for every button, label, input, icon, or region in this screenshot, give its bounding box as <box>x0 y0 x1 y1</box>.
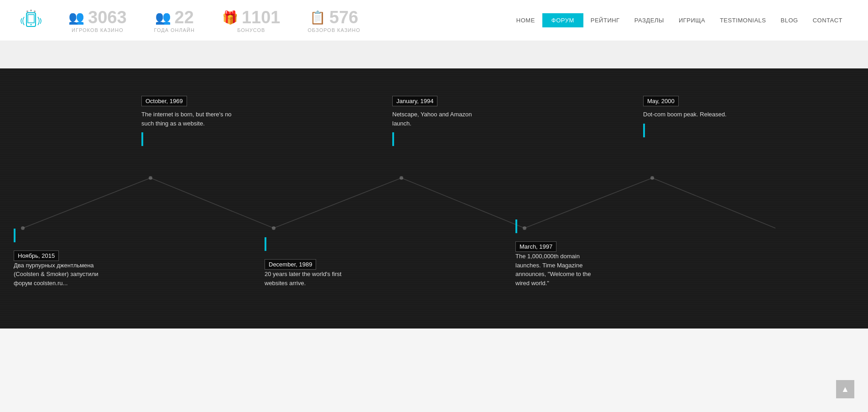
svg-point-4 <box>30 10 32 11</box>
nav-rating[interactable]: РЕЙТИНГ <box>583 13 627 27</box>
tick-bottom-1997 <box>515 219 517 233</box>
nav-contact[interactable]: CONTACT <box>806 13 850 27</box>
event-text-2015: Два пурпурных джентльмена (Coolsten & Sm… <box>14 261 105 288</box>
svg-rect-1 <box>28 15 34 23</box>
stats-area: 👥 3063 ИГРОКОВ КАЗИНО 👥 22 ГОДА ОНЛАЙН 🎁… <box>68 8 509 33</box>
event-text-2000: Dot-com boom peak. Released. <box>643 110 727 119</box>
event-date-1989: December, 1989 <box>265 259 316 270</box>
header: 👥 3063 ИГРОКОВ КАЗИНО 👥 22 ГОДА ОНЛАЙН 🎁… <box>0 0 868 41</box>
stat-bonuses-number: 1101 <box>242 8 281 27</box>
timeline-event-1989: December, 1989 20 years later the world'… <box>265 237 356 287</box>
nav-testimonials[interactable]: TESTIMONIALS <box>712 13 773 27</box>
stat-bonuses: 🎁 1101 БОНУСОВ <box>222 8 281 33</box>
stat-reviews: 📋 576 ОБЗОРОВ КАЗИНО <box>308 8 360 33</box>
tick-2000 <box>643 124 645 137</box>
timeline-event-1969: October, 1969 The internet is born, but … <box>141 96 233 146</box>
event-date-1997: March, 1997 <box>515 241 556 252</box>
tick-1994 <box>392 132 394 146</box>
stat-reviews-number: 576 <box>329 8 358 27</box>
stat-players-label: ИГРОКОВ КАЗИНО <box>72 27 123 33</box>
stat-years-icon: 👥 <box>155 10 171 25</box>
svg-point-2 <box>31 24 32 25</box>
timeline-section: October, 1969 The internet is born, but … <box>0 68 868 329</box>
event-text-1989: 20 years later the world's first website… <box>265 270 356 287</box>
svg-point-3 <box>26 10 28 12</box>
timeline-event-1997: March, 1997 The 1,000,000th domain launc… <box>515 219 607 287</box>
event-date-1969: October, 1969 <box>141 96 187 106</box>
svg-point-5 <box>34 10 36 12</box>
svg-point-8 <box>272 226 275 230</box>
stat-bonuses-label: БОНУСОВ <box>237 27 265 33</box>
timeline-container: October, 1969 The internet is born, but … <box>0 87 868 301</box>
nav-forum[interactable]: ФОРУМ <box>542 13 583 27</box>
nav-home[interactable]: HOME <box>509 13 542 27</box>
svg-point-7 <box>149 176 152 180</box>
stats-bar <box>0 41 868 68</box>
stat-reviews-icon: 📋 <box>310 10 326 25</box>
tick-1969 <box>141 132 143 146</box>
event-text-1994: Netscape, Yahoo and Amazon launch. <box>392 110 483 128</box>
event-text-1997: The 1,000,000th domain launches. Time Ma… <box>515 252 607 287</box>
event-date-2015: Ноябрь, 2015 <box>14 250 59 261</box>
stat-years-label: ГОДА ОНЛАЙН <box>154 27 195 33</box>
stat-years-number: 22 <box>175 8 194 27</box>
nav-blog[interactable]: BLOG <box>774 13 806 27</box>
stat-years: 👥 22 ГОДА ОНЛАЙН <box>154 8 195 33</box>
stat-reviews-label: ОБЗОРОВ КАЗИНО <box>308 27 360 33</box>
main-nav: HOME ФОРУМ РЕЙТИНГ РАЗДЕЛЫ ИГРИЩА TESTIM… <box>509 13 850 27</box>
event-text-1969: The internet is born, but there's no suc… <box>141 110 233 128</box>
event-date-2000: May, 2000 <box>643 96 679 106</box>
event-date-1994: January, 1994 <box>392 96 437 106</box>
stat-players-icon: 👥 <box>68 10 84 25</box>
tick-bottom-2015 <box>14 229 16 242</box>
bottom-section <box>0 329 868 356</box>
stat-players-number: 3063 <box>88 8 127 27</box>
nav-games[interactable]: ИГРИЩА <box>671 13 712 27</box>
stat-bonuses-icon: 🎁 <box>222 10 238 25</box>
logo-icon <box>18 9 46 32</box>
logo <box>18 9 50 32</box>
timeline-event-2015: Ноябрь, 2015 Два пурпурных джентльмена (… <box>14 229 105 288</box>
svg-point-9 <box>400 176 403 180</box>
timeline-event-2000: May, 2000 Dot-com boom peak. Released. <box>643 96 727 137</box>
tick-bottom-1989 <box>265 237 266 251</box>
svg-point-11 <box>650 176 654 180</box>
nav-sections[interactable]: РАЗДЕЛЫ <box>627 13 671 27</box>
stat-casino-players: 👥 3063 ИГРОКОВ КАЗИНО <box>68 8 127 33</box>
timeline-event-1994: January, 1994 Netscape, Yahoo and Amazon… <box>392 96 483 146</box>
